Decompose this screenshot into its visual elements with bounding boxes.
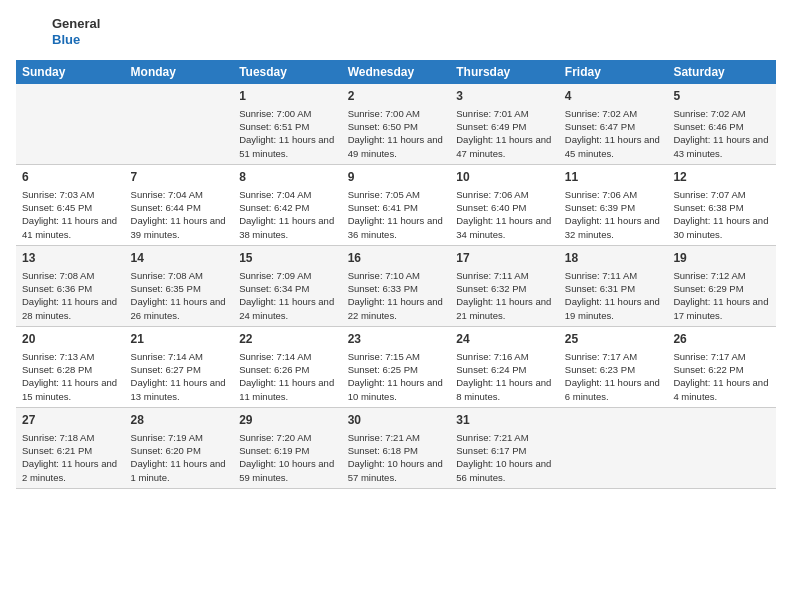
calendar-cell: 26Sunrise: 7:17 AM Sunset: 6:22 PM Dayli… xyxy=(667,326,776,407)
day-number: 13 xyxy=(22,250,119,267)
calendar-cell: 13Sunrise: 7:08 AM Sunset: 6:36 PM Dayli… xyxy=(16,245,125,326)
day-info: Sunrise: 7:08 AM Sunset: 6:36 PM Dayligh… xyxy=(22,269,119,322)
calendar-cell: 22Sunrise: 7:14 AM Sunset: 6:26 PM Dayli… xyxy=(233,326,342,407)
calendar-cell xyxy=(559,407,668,488)
day-number: 15 xyxy=(239,250,336,267)
day-info: Sunrise: 7:07 AM Sunset: 6:38 PM Dayligh… xyxy=(673,188,770,241)
calendar-cell: 28Sunrise: 7:19 AM Sunset: 6:20 PM Dayli… xyxy=(125,407,234,488)
calendar-cell: 11Sunrise: 7:06 AM Sunset: 6:39 PM Dayli… xyxy=(559,164,668,245)
col-header-saturday: Saturday xyxy=(667,60,776,84)
day-number: 4 xyxy=(565,88,662,105)
day-number: 6 xyxy=(22,169,119,186)
day-info: Sunrise: 7:09 AM Sunset: 6:34 PM Dayligh… xyxy=(239,269,336,322)
day-info: Sunrise: 7:18 AM Sunset: 6:21 PM Dayligh… xyxy=(22,431,119,484)
page-header: General Blue xyxy=(16,16,776,48)
calendar-cell: 31Sunrise: 7:21 AM Sunset: 6:17 PM Dayli… xyxy=(450,407,559,488)
calendar-cell xyxy=(667,407,776,488)
day-number: 22 xyxy=(239,331,336,348)
day-info: Sunrise: 7:00 AM Sunset: 6:50 PM Dayligh… xyxy=(348,107,445,160)
calendar-cell: 18Sunrise: 7:11 AM Sunset: 6:31 PM Dayli… xyxy=(559,245,668,326)
calendar-cell: 8Sunrise: 7:04 AM Sunset: 6:42 PM Daylig… xyxy=(233,164,342,245)
col-header-monday: Monday xyxy=(125,60,234,84)
day-info: Sunrise: 7:11 AM Sunset: 6:32 PM Dayligh… xyxy=(456,269,553,322)
calendar-cell: 25Sunrise: 7:17 AM Sunset: 6:23 PM Dayli… xyxy=(559,326,668,407)
day-info: Sunrise: 7:15 AM Sunset: 6:25 PM Dayligh… xyxy=(348,350,445,403)
day-info: Sunrise: 7:01 AM Sunset: 6:49 PM Dayligh… xyxy=(456,107,553,160)
day-info: Sunrise: 7:16 AM Sunset: 6:24 PM Dayligh… xyxy=(456,350,553,403)
calendar-week-row: 13Sunrise: 7:08 AM Sunset: 6:36 PM Dayli… xyxy=(16,245,776,326)
calendar-cell: 5Sunrise: 7:02 AM Sunset: 6:46 PM Daylig… xyxy=(667,84,776,164)
day-info: Sunrise: 7:06 AM Sunset: 6:40 PM Dayligh… xyxy=(456,188,553,241)
calendar-cell: 14Sunrise: 7:08 AM Sunset: 6:35 PM Dayli… xyxy=(125,245,234,326)
day-info: Sunrise: 7:14 AM Sunset: 6:26 PM Dayligh… xyxy=(239,350,336,403)
calendar-cell: 17Sunrise: 7:11 AM Sunset: 6:32 PM Dayli… xyxy=(450,245,559,326)
day-number: 11 xyxy=(565,169,662,186)
day-number: 24 xyxy=(456,331,553,348)
calendar-cell: 27Sunrise: 7:18 AM Sunset: 6:21 PM Dayli… xyxy=(16,407,125,488)
day-info: Sunrise: 7:02 AM Sunset: 6:47 PM Dayligh… xyxy=(565,107,662,160)
day-info: Sunrise: 7:19 AM Sunset: 6:20 PM Dayligh… xyxy=(131,431,228,484)
calendar-cell: 15Sunrise: 7:09 AM Sunset: 6:34 PM Dayli… xyxy=(233,245,342,326)
day-number: 12 xyxy=(673,169,770,186)
calendar-cell: 29Sunrise: 7:20 AM Sunset: 6:19 PM Dayli… xyxy=(233,407,342,488)
day-info: Sunrise: 7:10 AM Sunset: 6:33 PM Dayligh… xyxy=(348,269,445,322)
day-number: 26 xyxy=(673,331,770,348)
calendar-cell: 24Sunrise: 7:16 AM Sunset: 6:24 PM Dayli… xyxy=(450,326,559,407)
day-number: 7 xyxy=(131,169,228,186)
day-info: Sunrise: 7:17 AM Sunset: 6:23 PM Dayligh… xyxy=(565,350,662,403)
calendar-week-row: 27Sunrise: 7:18 AM Sunset: 6:21 PM Dayli… xyxy=(16,407,776,488)
calendar-cell: 30Sunrise: 7:21 AM Sunset: 6:18 PM Dayli… xyxy=(342,407,451,488)
calendar-week-row: 6Sunrise: 7:03 AM Sunset: 6:45 PM Daylig… xyxy=(16,164,776,245)
day-info: Sunrise: 7:13 AM Sunset: 6:28 PM Dayligh… xyxy=(22,350,119,403)
day-info: Sunrise: 7:08 AM Sunset: 6:35 PM Dayligh… xyxy=(131,269,228,322)
logo-text: General xyxy=(52,16,100,32)
day-info: Sunrise: 7:05 AM Sunset: 6:41 PM Dayligh… xyxy=(348,188,445,241)
day-info: Sunrise: 7:11 AM Sunset: 6:31 PM Dayligh… xyxy=(565,269,662,322)
day-info: Sunrise: 7:14 AM Sunset: 6:27 PM Dayligh… xyxy=(131,350,228,403)
day-number: 20 xyxy=(22,331,119,348)
calendar-cell: 7Sunrise: 7:04 AM Sunset: 6:44 PM Daylig… xyxy=(125,164,234,245)
day-number: 10 xyxy=(456,169,553,186)
day-number: 5 xyxy=(673,88,770,105)
calendar-cell: 21Sunrise: 7:14 AM Sunset: 6:27 PM Dayli… xyxy=(125,326,234,407)
col-header-sunday: Sunday xyxy=(16,60,125,84)
day-number: 27 xyxy=(22,412,119,429)
calendar-cell: 1Sunrise: 7:00 AM Sunset: 6:51 PM Daylig… xyxy=(233,84,342,164)
calendar-cell: 4Sunrise: 7:02 AM Sunset: 6:47 PM Daylig… xyxy=(559,84,668,164)
calendar-cell xyxy=(16,84,125,164)
logo-blue-text: Blue xyxy=(52,32,100,48)
day-number: 28 xyxy=(131,412,228,429)
day-number: 31 xyxy=(456,412,553,429)
day-info: Sunrise: 7:21 AM Sunset: 6:18 PM Dayligh… xyxy=(348,431,445,484)
calendar-cell: 12Sunrise: 7:07 AM Sunset: 6:38 PM Dayli… xyxy=(667,164,776,245)
day-number: 8 xyxy=(239,169,336,186)
day-number: 9 xyxy=(348,169,445,186)
day-number: 23 xyxy=(348,331,445,348)
day-number: 19 xyxy=(673,250,770,267)
day-number: 2 xyxy=(348,88,445,105)
calendar-cell xyxy=(125,84,234,164)
day-info: Sunrise: 7:21 AM Sunset: 6:17 PM Dayligh… xyxy=(456,431,553,484)
calendar-cell: 19Sunrise: 7:12 AM Sunset: 6:29 PM Dayli… xyxy=(667,245,776,326)
calendar-cell: 2Sunrise: 7:00 AM Sunset: 6:50 PM Daylig… xyxy=(342,84,451,164)
day-info: Sunrise: 7:02 AM Sunset: 6:46 PM Dayligh… xyxy=(673,107,770,160)
col-header-friday: Friday xyxy=(559,60,668,84)
day-info: Sunrise: 7:06 AM Sunset: 6:39 PM Dayligh… xyxy=(565,188,662,241)
day-info: Sunrise: 7:12 AM Sunset: 6:29 PM Dayligh… xyxy=(673,269,770,322)
calendar-cell: 20Sunrise: 7:13 AM Sunset: 6:28 PM Dayli… xyxy=(16,326,125,407)
day-number: 30 xyxy=(348,412,445,429)
col-header-thursday: Thursday xyxy=(450,60,559,84)
day-info: Sunrise: 7:00 AM Sunset: 6:51 PM Dayligh… xyxy=(239,107,336,160)
calendar-cell: 6Sunrise: 7:03 AM Sunset: 6:45 PM Daylig… xyxy=(16,164,125,245)
day-number: 21 xyxy=(131,331,228,348)
calendar-cell: 16Sunrise: 7:10 AM Sunset: 6:33 PM Dayli… xyxy=(342,245,451,326)
col-header-tuesday: Tuesday xyxy=(233,60,342,84)
day-number: 16 xyxy=(348,250,445,267)
calendar-cell: 10Sunrise: 7:06 AM Sunset: 6:40 PM Dayli… xyxy=(450,164,559,245)
calendar-cell: 3Sunrise: 7:01 AM Sunset: 6:49 PM Daylig… xyxy=(450,84,559,164)
col-header-wednesday: Wednesday xyxy=(342,60,451,84)
day-info: Sunrise: 7:03 AM Sunset: 6:45 PM Dayligh… xyxy=(22,188,119,241)
day-info: Sunrise: 7:17 AM Sunset: 6:22 PM Dayligh… xyxy=(673,350,770,403)
day-info: Sunrise: 7:04 AM Sunset: 6:42 PM Dayligh… xyxy=(239,188,336,241)
day-number: 14 xyxy=(131,250,228,267)
